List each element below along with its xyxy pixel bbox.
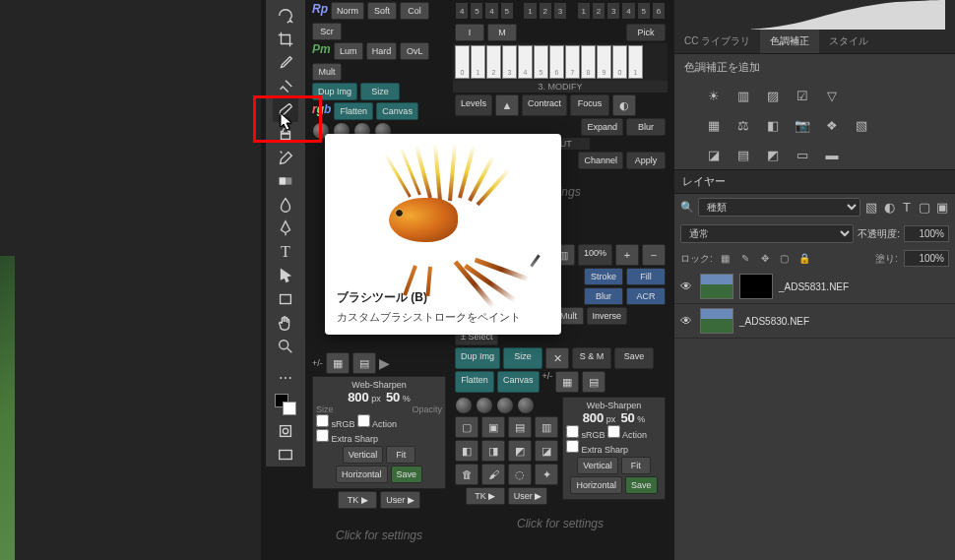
threshold-icon[interactable]: ◩ [763,146,783,163]
hand-tool-icon[interactable] [273,311,298,335]
m-button[interactable]: M [487,24,517,41]
srgb-checkbox[interactable] [316,414,329,427]
user2-button[interactable]: User ▶ [508,487,548,505]
vertical-button[interactable]: Vertical [343,446,384,464]
sandm-button[interactable]: S & M [572,347,611,369]
layers2-icon[interactable]: ▦ [555,371,579,393]
save-button[interactable]: Save [391,466,423,483]
flatten2-button[interactable]: Flatten [455,371,494,393]
acr-button[interactable]: ACR [626,287,666,305]
zone-key[interactable]: 4 [455,2,469,20]
lock-artboard-icon[interactable]: ▢ [778,252,792,266]
blur-tool-icon[interactable] [273,193,298,217]
white-key[interactable]: 1 [628,45,643,79]
mult-button[interactable]: Mult [312,63,342,81]
white-key[interactable]: 9 [597,45,611,79]
zone-key[interactable]: 4 [484,2,498,20]
extra2-checkbox[interactable] [566,440,579,453]
quick-mask-icon[interactable] [273,419,298,443]
posterize-icon[interactable]: ▤ [733,146,753,163]
white-key[interactable]: 1 [471,45,485,79]
fit-button[interactable]: Fit [386,446,415,464]
curves-icon[interactable]: ▨ [763,87,783,104]
white-key[interactable]: 0 [455,45,470,79]
dupimg-button[interactable]: Dup Img [312,83,357,100]
col-button[interactable]: Col [400,2,429,20]
tab-cc-library[interactable]: CC ライブラリ [674,30,760,53]
levels-button[interactable]: Levels [455,94,492,116]
white-key[interactable]: 7 [565,45,580,79]
layers-icon[interactable]: ▦ [326,352,350,374]
filter-adj-icon[interactable]: ◐ [882,199,896,217]
scr-button[interactable]: Scr [312,23,342,40]
lock-all-icon[interactable]: 🔒 [797,252,811,266]
zone-key[interactable]: 1 [577,2,591,20]
dupimg2-button[interactable]: Dup Img [455,347,500,369]
channel-mixer-icon[interactable]: ❖ [822,116,842,134]
lut-icon[interactable]: ▧ [852,116,871,134]
lock-trans-icon[interactable]: ▦ [719,252,732,266]
zone-key[interactable]: 5 [500,2,514,20]
brightness-icon[interactable]: ☀ [704,87,724,104]
fit2-button[interactable]: Fit [621,457,651,474]
pen-tool-icon[interactable] [273,217,298,240]
zone-key[interactable]: 6 [652,2,666,20]
edit-toolbar-icon[interactable]: ⋯ [273,366,298,390]
document-canvas[interactable] [0,0,261,560]
tk-button[interactable]: TK ▶ [338,491,377,509]
levels-icon[interactable]: ▥ [733,87,753,104]
contract-button[interactable]: Contract [522,94,567,116]
save2-button[interactable]: Save [614,347,654,369]
white-key[interactable]: 8 [581,45,596,79]
layer-mask-thumbnail[interactable] [739,274,773,299]
bw-icon[interactable]: ◧ [763,116,783,134]
layer-row[interactable]: 👁 _ADS5831.NEF [674,270,955,304]
x-icon[interactable]: ✕ [545,347,569,369]
white-key[interactable]: 2 [486,45,501,79]
click-settings-label[interactable]: Click for settings [310,511,448,560]
norm-button[interactable]: Norm [331,2,364,20]
layer-row[interactable]: 👁 _ADS5830.NEF [674,304,955,339]
sq-icon[interactable]: ◧ [455,440,478,462]
zone-key[interactable]: 3 [606,2,620,20]
tk2-button[interactable]: TK ▶ [466,487,505,505]
extra-checkbox[interactable] [316,429,329,442]
type-tool-icon[interactable]: T [273,240,298,264]
white-key[interactable]: 6 [549,45,564,79]
color-swatches[interactable] [275,394,296,415]
canvas-button[interactable]: Canvas [376,102,418,120]
action2-checkbox[interactable] [607,425,620,438]
ovl-button[interactable]: OvL [400,42,429,60]
action-checkbox[interactable] [357,414,370,427]
hundred-button[interactable]: 100% [578,244,612,266]
lock-pos-icon[interactable]: ✥ [758,252,772,266]
crop-tool-icon[interactable] [273,28,298,51]
photo-filter-icon[interactable]: 📷 [793,116,812,134]
filter-smart-icon[interactable]: ▣ [935,199,949,217]
gradient-tool-icon[interactable] [273,169,298,193]
plus-icon[interactable]: + [615,244,639,266]
lum-button[interactable]: Lum [334,42,363,60]
balance-icon[interactable]: ⚖ [733,116,753,134]
screen-mode-icon[interactable] [273,443,298,467]
white-key[interactable]: 0 [612,45,627,79]
blur2-button[interactable]: Blur [584,287,623,305]
srgb2-checkbox[interactable] [566,425,579,438]
zone-key[interactable]: 2 [592,2,605,20]
size-button[interactable]: Size [360,83,400,100]
filter-shape-icon[interactable]: ▢ [918,199,931,217]
circle-icon[interactable] [476,397,493,414]
history-brush-tool-icon[interactable] [273,146,298,169]
horizontal2-button[interactable]: Horizontal [570,476,622,494]
focus-button[interactable]: Focus [570,94,609,116]
eyedropper-tool-icon[interactable] [273,51,298,75]
mask-icon[interactable]: ▤ [352,352,376,374]
wand-icon[interactable]: ✦ [535,464,558,485]
zone-key[interactable]: 5 [637,2,651,20]
channel-button[interactable]: Channel [578,152,623,169]
sq-icon[interactable]: ▥ [535,416,558,438]
layer-thumbnail[interactable] [700,308,733,334]
flatten-button[interactable]: Flatten [334,102,373,120]
invert-icon[interactable]: ◪ [704,146,724,163]
expand-button[interactable]: Expand [581,118,623,136]
